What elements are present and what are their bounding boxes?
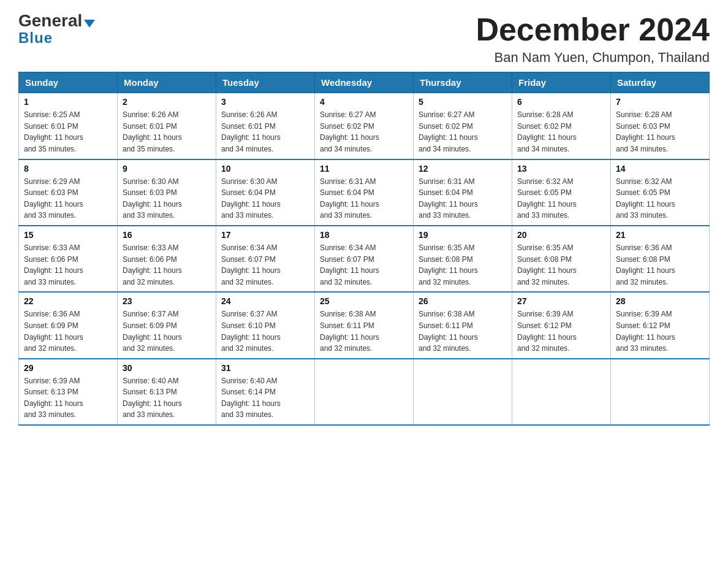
calendar-body: 1 Sunrise: 6:25 AM Sunset: 6:01 PM Dayli…: [19, 93, 710, 425]
day-number: 6: [517, 97, 605, 107]
calendar-cell: 7 Sunrise: 6:28 AM Sunset: 6:03 PM Dayli…: [611, 93, 710, 159]
day-number: 24: [221, 296, 309, 306]
day-info: Sunrise: 6:28 AM Sunset: 6:03 PM Dayligh…: [616, 109, 704, 155]
calendar-cell: 8 Sunrise: 6:29 AM Sunset: 6:03 PM Dayli…: [19, 159, 118, 226]
day-number: 28: [616, 296, 704, 306]
logo-text: General: [18, 12, 95, 29]
day-number: 9: [123, 164, 211, 174]
day-number: 21: [616, 230, 704, 240]
day-number: 17: [221, 230, 309, 240]
day-number: 16: [123, 230, 211, 240]
header-row: Sunday Monday Tuesday Wednesday Thursday…: [19, 72, 710, 93]
day-number: 10: [221, 164, 309, 174]
day-info: Sunrise: 6:26 AM Sunset: 6:01 PM Dayligh…: [123, 109, 211, 155]
col-wednesday: Wednesday: [315, 72, 414, 93]
day-info: Sunrise: 6:34 AM Sunset: 6:07 PM Dayligh…: [320, 242, 408, 288]
month-title: December 2024: [476, 12, 710, 47]
calendar-cell: 1 Sunrise: 6:25 AM Sunset: 6:01 PM Dayli…: [19, 93, 118, 159]
day-number: 7: [616, 97, 704, 107]
day-info: Sunrise: 6:40 AM Sunset: 6:13 PM Dayligh…: [123, 375, 211, 421]
calendar-cell: 27 Sunrise: 6:39 AM Sunset: 6:12 PM Dayl…: [512, 292, 611, 358]
day-number: 11: [320, 164, 408, 174]
calendar-cell: [611, 359, 710, 425]
day-info: Sunrise: 6:32 AM Sunset: 6:05 PM Dayligh…: [517, 176, 605, 221]
logo-line2: Blue: [18, 29, 53, 47]
col-thursday: Thursday: [414, 72, 512, 93]
calendar-cell: 2 Sunrise: 6:26 AM Sunset: 6:01 PM Dayli…: [118, 93, 216, 159]
day-info: Sunrise: 6:29 AM Sunset: 6:03 PM Dayligh…: [24, 176, 112, 221]
day-number: 8: [24, 164, 112, 174]
day-number: 5: [419, 97, 507, 107]
day-info: Sunrise: 6:37 AM Sunset: 6:09 PM Dayligh…: [123, 308, 211, 354]
day-number: 25: [320, 296, 408, 306]
calendar-cell: 13 Sunrise: 6:32 AM Sunset: 6:05 PM Dayl…: [512, 159, 611, 226]
calendar-cell: 12 Sunrise: 6:31 AM Sunset: 6:04 PM Dayl…: [414, 159, 512, 226]
day-number: 12: [419, 164, 507, 174]
day-info: Sunrise: 6:27 AM Sunset: 6:02 PM Dayligh…: [320, 109, 408, 155]
calendar-cell: [512, 359, 611, 425]
logo: General Blue: [18, 12, 95, 47]
day-number: 18: [320, 230, 408, 240]
day-info: Sunrise: 6:27 AM Sunset: 6:02 PM Dayligh…: [419, 109, 507, 155]
day-info: Sunrise: 6:39 AM Sunset: 6:12 PM Dayligh…: [616, 308, 704, 354]
week-row-3: 15 Sunrise: 6:33 AM Sunset: 6:06 PM Dayl…: [19, 226, 710, 292]
calendar-cell: 3 Sunrise: 6:26 AM Sunset: 6:01 PM Dayli…: [216, 93, 315, 159]
day-info: Sunrise: 6:26 AM Sunset: 6:01 PM Dayligh…: [221, 109, 309, 155]
calendar-cell: 15 Sunrise: 6:33 AM Sunset: 6:06 PM Dayl…: [19, 226, 118, 292]
calendar-cell: [315, 359, 414, 425]
day-info: Sunrise: 6:31 AM Sunset: 6:04 PM Dayligh…: [320, 176, 408, 221]
calendar-cell: 22 Sunrise: 6:36 AM Sunset: 6:09 PM Dayl…: [19, 292, 118, 358]
calendar-cell: 29 Sunrise: 6:39 AM Sunset: 6:13 PM Dayl…: [19, 359, 118, 425]
calendar-cell: 11 Sunrise: 6:31 AM Sunset: 6:04 PM Dayl…: [315, 159, 414, 226]
day-number: 19: [419, 230, 507, 240]
day-info: Sunrise: 6:25 AM Sunset: 6:01 PM Dayligh…: [24, 109, 112, 155]
calendar-cell: 18 Sunrise: 6:34 AM Sunset: 6:07 PM Dayl…: [315, 226, 414, 292]
week-row-4: 22 Sunrise: 6:36 AM Sunset: 6:09 PM Dayl…: [19, 292, 710, 358]
day-number: 27: [517, 296, 605, 306]
day-info: Sunrise: 6:30 AM Sunset: 6:03 PM Dayligh…: [123, 176, 211, 221]
day-number: 13: [517, 164, 605, 174]
calendar-cell: 26 Sunrise: 6:38 AM Sunset: 6:11 PM Dayl…: [414, 292, 512, 358]
calendar-cell: 19 Sunrise: 6:35 AM Sunset: 6:08 PM Dayl…: [414, 226, 512, 292]
day-number: 20: [517, 230, 605, 240]
calendar-cell: 31 Sunrise: 6:40 AM Sunset: 6:14 PM Dayl…: [216, 359, 315, 425]
day-number: 29: [24, 363, 112, 373]
day-number: 15: [24, 230, 112, 240]
day-info: Sunrise: 6:38 AM Sunset: 6:11 PM Dayligh…: [419, 308, 507, 354]
calendar-cell: 20 Sunrise: 6:35 AM Sunset: 6:08 PM Dayl…: [512, 226, 611, 292]
calendar-cell: 5 Sunrise: 6:27 AM Sunset: 6:02 PM Dayli…: [414, 93, 512, 159]
day-info: Sunrise: 6:39 AM Sunset: 6:13 PM Dayligh…: [24, 375, 112, 421]
day-number: 1: [24, 97, 112, 107]
day-info: Sunrise: 6:36 AM Sunset: 6:09 PM Dayligh…: [24, 308, 112, 354]
day-number: 2: [123, 97, 211, 107]
calendar-cell: 10 Sunrise: 6:30 AM Sunset: 6:04 PM Dayl…: [216, 159, 315, 226]
day-number: 31: [221, 363, 309, 373]
day-info: Sunrise: 6:35 AM Sunset: 6:08 PM Dayligh…: [419, 242, 507, 288]
week-row-2: 8 Sunrise: 6:29 AM Sunset: 6:03 PM Dayli…: [19, 159, 710, 226]
day-info: Sunrise: 6:33 AM Sunset: 6:06 PM Dayligh…: [24, 242, 112, 288]
calendar-cell: 6 Sunrise: 6:28 AM Sunset: 6:02 PM Dayli…: [512, 93, 611, 159]
day-number: 30: [123, 363, 211, 373]
day-info: Sunrise: 6:31 AM Sunset: 6:04 PM Dayligh…: [419, 176, 507, 221]
day-info: Sunrise: 6:35 AM Sunset: 6:08 PM Dayligh…: [517, 242, 605, 288]
day-info: Sunrise: 6:30 AM Sunset: 6:04 PM Dayligh…: [221, 176, 309, 221]
calendar-cell: 21 Sunrise: 6:36 AM Sunset: 6:08 PM Dayl…: [611, 226, 710, 292]
calendar-table: Sunday Monday Tuesday Wednesday Thursday…: [18, 72, 710, 426]
calendar-cell: 30 Sunrise: 6:40 AM Sunset: 6:13 PM Dayl…: [118, 359, 216, 425]
week-row-5: 29 Sunrise: 6:39 AM Sunset: 6:13 PM Dayl…: [19, 359, 710, 425]
calendar-cell: 28 Sunrise: 6:39 AM Sunset: 6:12 PM Dayl…: [611, 292, 710, 358]
col-sunday: Sunday: [19, 72, 118, 93]
calendar-cell: 24 Sunrise: 6:37 AM Sunset: 6:10 PM Dayl…: [216, 292, 315, 358]
day-number: 26: [419, 296, 507, 306]
calendar-cell: 16 Sunrise: 6:33 AM Sunset: 6:06 PM Dayl…: [118, 226, 216, 292]
day-info: Sunrise: 6:36 AM Sunset: 6:08 PM Dayligh…: [616, 242, 704, 288]
day-info: Sunrise: 6:38 AM Sunset: 6:11 PM Dayligh…: [320, 308, 408, 354]
col-monday: Monday: [118, 72, 216, 93]
title-block: December 2024 Ban Nam Yuen, Chumpon, Tha…: [476, 12, 710, 66]
day-number: 23: [123, 296, 211, 306]
location-title: Ban Nam Yuen, Chumpon, Thailand: [476, 50, 710, 66]
calendar-cell: [414, 359, 512, 425]
col-saturday: Saturday: [611, 72, 710, 93]
day-number: 3: [221, 97, 309, 107]
col-tuesday: Tuesday: [216, 72, 315, 93]
